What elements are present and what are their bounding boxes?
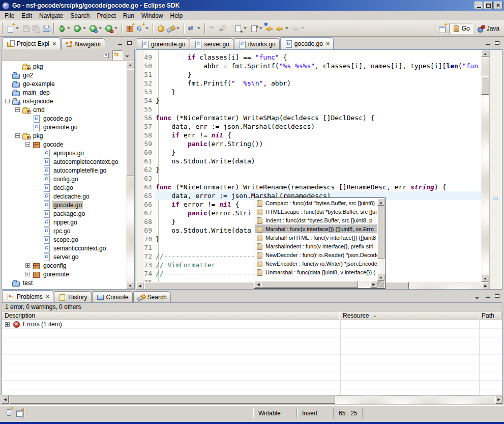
tree-item-rpc-go[interactable]: rpc.go: [2, 227, 126, 235]
forward-button[interactable]: [290, 22, 306, 35]
tree-item-ripper-go[interactable]: ripper.go: [2, 218, 126, 227]
new-go-wizard-button[interactable]: ✦: [135, 22, 151, 35]
popup-vscroll-down-button[interactable]: ▼: [377, 274, 384, 281]
explorer-scrollbar-up-button[interactable]: ▲: [126, 61, 134, 68]
column-header-resource[interactable]: Resource▲: [340, 312, 479, 320]
explorer-scrollbar-thumb[interactable]: [126, 69, 134, 176]
tree-item-gocode-go[interactable]: gocode.go: [2, 114, 126, 123]
collapse-icon[interactable]: [5, 99, 10, 103]
tree-item-pkg[interactable]: pkg: [2, 131, 126, 140]
problems-tab-console[interactable]: Console: [92, 291, 133, 302]
tree-item-goremote-go[interactable]: goremote.go: [2, 123, 126, 131]
tree-item-cmd[interactable]: cmd: [2, 105, 126, 114]
prev-annotation-button[interactable]: [249, 22, 264, 35]
code-line-62[interactable]: 62}: [143, 165, 481, 174]
minimize-view-button[interactable]: [115, 39, 125, 47]
view-menu-button[interactable]: [123, 50, 133, 60]
print-button[interactable]: [41, 22, 51, 35]
code-line-63[interactable]: 63: [143, 174, 481, 183]
tree-item-gocode[interactable]: gocode: [2, 140, 126, 149]
minimize-window-button[interactable]: [475, 2, 483, 9]
search-button[interactable]: [166, 22, 182, 35]
popup-hscroll-left-button[interactable]: ◀: [255, 281, 262, 288]
completion-item-htmlescape[interactable]: HTMLEscape : func(dst *bytes.Buffer, src…: [255, 207, 377, 216]
code-line-64[interactable]: 64func (*NiceFormatter) WriteRename(rena…: [143, 183, 481, 191]
menu-window[interactable]: Window: [138, 11, 167, 20]
dropdown-arrow-icon[interactable]: [67, 27, 70, 29]
tree-item-config-go[interactable]: config.go: [2, 175, 126, 183]
menu-project[interactable]: Project: [93, 11, 119, 20]
tree-item-package-go[interactable]: package.go: [2, 209, 126, 218]
menu-search[interactable]: Search: [67, 11, 93, 20]
popup-horizontal-scrollbar[interactable]: ◀▶: [255, 281, 377, 288]
external-tools-button[interactable]: [104, 22, 120, 35]
column-header-description[interactable]: Description: [2, 312, 340, 320]
dropdown-arrow-icon[interactable]: [285, 27, 288, 29]
dropdown-arrow-icon[interactable]: [176, 27, 180, 29]
close-tab-icon[interactable]: ✕: [52, 41, 56, 46]
code-line-53[interactable]: 53 }: [143, 88, 481, 96]
explorer-tab-project-expl[interactable]: Project Expl✕: [3, 37, 61, 49]
completion-item-newencoder[interactable]: NewEncoder : func(w io.Writer) *json.Enc…: [255, 259, 377, 268]
tree-item-pkg[interactable]: pkg: [2, 62, 126, 71]
code-line-57[interactable]: 57 data, err := json.Marshal(decldescs): [143, 122, 481, 131]
editor-tab-itworks-go[interactable]: itworks.go: [234, 38, 280, 49]
collapse-icon[interactable]: [15, 133, 20, 138]
close-window-button[interactable]: ✕: [494, 2, 502, 9]
highlighter-button[interactable]: [218, 22, 228, 35]
save-button[interactable]: [21, 22, 31, 35]
completion-item-marshal[interactable]: Marshal : func(v interface{}) ([]uint8, …: [255, 224, 377, 233]
popup-vscroll-thumb[interactable]: [377, 206, 384, 259]
tree-item-goconfig[interactable]: goconfig: [2, 261, 126, 270]
menu-help[interactable]: Help: [167, 11, 187, 20]
tree-item-go-example[interactable]: go-example: [2, 79, 126, 88]
code-line-54[interactable]: 54}: [143, 96, 481, 105]
link-with-editor-button[interactable]: [112, 50, 123, 60]
problems-hscroll-thumb[interactable]: [10, 395, 335, 404]
dropdown-arrow-icon[interactable]: [83, 27, 86, 29]
expand-icon[interactable]: [25, 263, 30, 268]
tree-item-test[interactable]: test: [2, 278, 126, 287]
overview-marker[interactable]: [493, 197, 498, 200]
tree-item-nsf-gocode[interactable]: Gnsf-gocode: [2, 97, 126, 105]
debug-button[interactable]: [56, 22, 72, 35]
problems-hscroll-right-button[interactable]: ▶: [495, 395, 502, 404]
tree-item-main-dep[interactable]: main_dep: [2, 88, 126, 97]
tree-item-go2[interactable]: go2: [2, 71, 126, 79]
code-line-49[interactable]: 49 if classes[i] == "func" {: [143, 53, 481, 62]
editor-vertical-scrollbar[interactable]: ▲▼: [481, 50, 489, 282]
tree-item-declcache-go[interactable]: declcache.go: [2, 192, 126, 201]
dropdown-arrow-icon[interactable]: [197, 27, 200, 29]
problems-hscroll-left-button[interactable]: ◀: [2, 395, 9, 404]
code-line-56[interactable]: 56func (*NiceFormatter) WriteSMap(declde…: [143, 114, 481, 122]
completion-item-indent[interactable]: Indent : func(dst *bytes.Buffer, src []u…: [255, 216, 377, 224]
menu-file[interactable]: File: [1, 11, 18, 20]
new-wizard-button[interactable]: ✦: [5, 22, 21, 35]
collapse-all-button[interactable]: [102, 50, 112, 60]
collapse-icon[interactable]: [25, 142, 30, 147]
completion-item-compact[interactable]: Compact : func(dst *bytes.Buffer, src []…: [255, 199, 377, 207]
problems-tab-history[interactable]: History: [54, 291, 91, 302]
code-line-51[interactable]: 51 }: [143, 70, 481, 79]
editor-vscroll-down-button[interactable]: ▼: [481, 275, 489, 282]
completion-item-marshalindent[interactable]: MarshalIndent : func(v interface{}, pref…: [255, 242, 377, 250]
problems-tab-search[interactable]: Search: [133, 291, 171, 302]
tree-item-gocode-go[interactable]: gocode.go: [2, 201, 126, 209]
completion-item-marshalforhtml[interactable]: MarshalForHTML : func(v interface{}) ([]…: [255, 233, 377, 242]
maximize-view-button[interactable]: [125, 39, 134, 47]
popup-hscroll-thumb[interactable]: [261, 281, 358, 288]
completion-item-newdecoder[interactable]: NewDecoder : func(r io.Reader) *json.Dec…: [255, 250, 377, 259]
editor-tab-goremote-go[interactable]: goremote.go: [137, 38, 189, 49]
maximize-window-button[interactable]: [484, 2, 493, 9]
tree-item-autocompletefile-go[interactable]: autocompletefile.go: [2, 166, 126, 175]
tree-item-decl-go[interactable]: decl.go: [2, 183, 126, 192]
code-line-60[interactable]: 60 }: [143, 148, 481, 157]
editor-tab-gocode-go[interactable]: gocode.go✕: [280, 37, 334, 49]
editor-vscroll-thumb[interactable]: [481, 76, 489, 95]
explorer-scrollbar[interactable]: ▲▼: [126, 61, 134, 289]
editor-vscroll-up-button[interactable]: ▲: [481, 50, 489, 57]
swap-arrows-button[interactable]: [187, 22, 202, 35]
code-line-52[interactable]: 52 fmt.Printf(" %s\n", abbr): [143, 79, 481, 88]
completion-item-unmarshal[interactable]: Unmarshal : func(data []uint8, v interfa…: [255, 268, 377, 276]
expand-icon[interactable]: [5, 322, 10, 327]
